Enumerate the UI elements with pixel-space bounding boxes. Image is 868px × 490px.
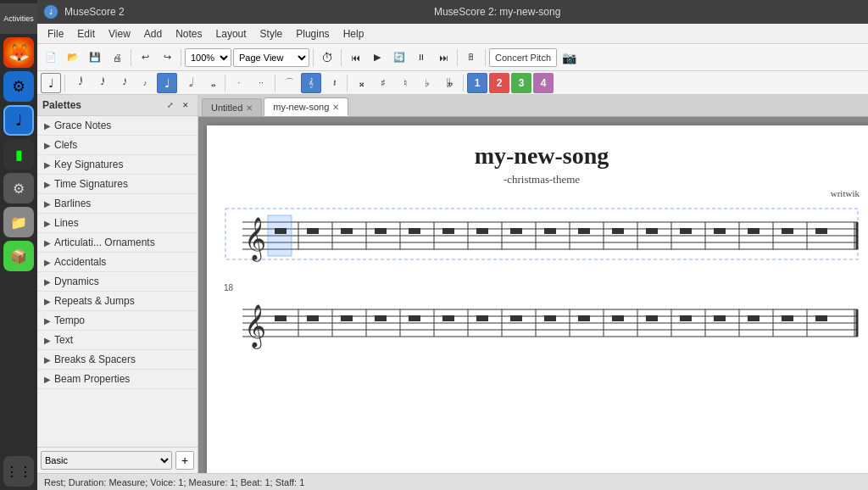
status-bar: Rest; Duration: Measure; Voice: 1; Measu…	[37, 473, 868, 490]
linux-activities[interactable]: Activities	[0, 3, 37, 34]
musescore-icon[interactable]: ♩	[3, 105, 34, 136]
loop-button[interactable]: 🔄	[389, 47, 409, 68]
view-select[interactable]: Page View	[233, 48, 309, 67]
tab-my-new-song-close[interactable]: ✕	[332, 103, 339, 112]
voice-2[interactable]: 2	[489, 73, 509, 93]
palette-grace-notes[interactable]: ▶ Grace Notes	[37, 116, 198, 136]
menu-help[interactable]: Help	[337, 26, 371, 42]
svg-rect-59	[612, 315, 624, 321]
redo-button[interactable]: ↪	[157, 47, 177, 68]
menu-layout[interactable]: Layout	[209, 26, 253, 42]
palette-articulations[interactable]: ▶ Articulati... Ornaments	[37, 233, 198, 253]
dur-64[interactable]: 𝅘𝅥𝅲	[69, 73, 89, 93]
metronome-button[interactable]: ⏱	[317, 47, 337, 68]
rewind-button[interactable]: ⏮	[345, 47, 365, 68]
voice-3[interactable]: 3	[511, 73, 531, 93]
palettes-close[interactable]: ✕	[179, 98, 192, 112]
rest-button[interactable]: 𝄽	[323, 73, 343, 93]
voice-1[interactable]: 1	[467, 73, 487, 93]
palette-repeats[interactable]: ▶ Repeats & Jumps	[37, 292, 198, 311]
dur-1[interactable]: 𝅝	[201, 73, 221, 93]
palette-set-select[interactable]: Basic	[41, 451, 172, 470]
palette-text[interactable]: ▶ Text	[37, 331, 198, 350]
palettes-resize[interactable]: ⤢	[164, 98, 177, 112]
note-input-mode[interactable]: ♩	[41, 73, 61, 93]
tie-button[interactable]: ⌒	[279, 73, 299, 93]
sep5	[457, 49, 458, 66]
undo-button[interactable]: ↩	[135, 47, 155, 68]
acc-sharp[interactable]: ♯	[373, 73, 393, 93]
palettes-bottom: Basic +	[37, 447, 198, 473]
acc-flat[interactable]: ♭	[417, 73, 437, 93]
svg-rect-14	[476, 228, 488, 234]
grid-icon[interactable]: ⋮⋮	[3, 456, 34, 487]
staff-system-2[interactable]: 𝄞	[224, 294, 860, 354]
files-icon[interactable]: 📁	[3, 207, 34, 237]
save-button[interactable]: 💾	[85, 47, 105, 68]
menu-edit[interactable]: Edit	[70, 26, 102, 42]
palette-arrow: ▶	[44, 141, 51, 150]
menu-plugins[interactable]: Plugins	[289, 26, 336, 42]
svg-rect-53	[409, 315, 420, 321]
main-content: Palettes ⤢ ✕ ▶ Grace Notes ▶ Clefs	[37, 95, 868, 473]
print-button[interactable]: 🖨	[107, 47, 127, 68]
svg-rect-58	[578, 315, 590, 321]
concert-pitch-label: Concert Pitch	[495, 53, 551, 63]
dur-2[interactable]: 𝅗𝅥	[179, 73, 199, 93]
menu-notes[interactable]: Notes	[169, 26, 209, 42]
dur-8[interactable]: ♪	[135, 73, 155, 93]
svg-rect-9	[307, 228, 319, 234]
palette-breaks[interactable]: ▶ Breaks & Spacers	[37, 350, 198, 370]
menu-view[interactable]: View	[102, 26, 137, 42]
palette-clefs[interactable]: ▶ Clefs	[37, 136, 198, 155]
beam-button[interactable]: 𝄞	[301, 73, 321, 93]
svg-rect-24	[815, 228, 827, 234]
palette-time-signatures[interactable]: ▶ Time Signatures	[37, 175, 198, 194]
pause-button[interactable]: ⏸	[411, 47, 431, 68]
palette-tempo[interactable]: ▶ Tempo	[37, 311, 198, 331]
svg-rect-50	[307, 315, 319, 321]
terminal-icon[interactable]: ▮	[3, 139, 34, 170]
acc-sharp2[interactable]: 𝄪	[351, 73, 371, 93]
settings-icon[interactable]: ⚙	[3, 173, 34, 203]
menu-file[interactable]: File	[41, 26, 70, 42]
voice-4[interactable]: 4	[533, 73, 554, 93]
palette-lines[interactable]: ▶ Lines	[37, 214, 198, 233]
palette-key-signatures[interactable]: ▶ Key Signatures	[37, 155, 198, 175]
palette-arrow: ▶	[44, 160, 51, 170]
acc-flat2[interactable]: 𝄫	[439, 73, 459, 93]
dur-4[interactable]: ♩	[157, 73, 177, 93]
screenshot-button[interactable]: 📷	[559, 47, 579, 68]
software-icon[interactable]: 📦	[3, 241, 34, 271]
play-button[interactable]: ▶	[367, 47, 387, 68]
dur-16[interactable]: 𝅘𝅥𝅰	[113, 73, 133, 93]
firefox-icon[interactable]: 🦊	[3, 37, 34, 68]
menu-add[interactable]: Add	[137, 26, 169, 42]
mixer-button[interactable]: 🎚	[461, 47, 481, 68]
score-content[interactable]: my-new-song -christmas-theme writwik	[198, 117, 868, 473]
menu-style[interactable]: Style	[253, 26, 290, 42]
kde-icon[interactable]: ⚙	[3, 71, 34, 102]
acc-natural[interactable]: ♮	[395, 73, 415, 93]
svg-rect-11	[375, 228, 387, 234]
svg-rect-0	[225, 209, 858, 259]
palette-dynamics[interactable]: ▶ Dynamics	[37, 272, 198, 292]
palette-beam[interactable]: ▶ Beam Properties	[37, 370, 198, 389]
zoom-select[interactable]: 100%	[185, 48, 231, 67]
palette-arrow: ▶	[44, 277, 51, 287]
tab-untitled-close[interactable]: ✕	[246, 103, 253, 113]
open-button[interactable]: 📂	[63, 47, 83, 68]
dot2-button[interactable]: ··	[251, 73, 271, 93]
staff-system-1[interactable]: 𝄞	[224, 207, 860, 266]
concert-pitch-button[interactable]: Concert Pitch	[489, 48, 557, 67]
new-button[interactable]: 📄	[41, 47, 61, 68]
palette-barlines[interactable]: ▶ Barlines	[37, 194, 198, 214]
palette-add-button[interactable]: +	[175, 451, 194, 470]
palette-accidentals[interactable]: ▶ Accidentals	[37, 253, 198, 272]
dot-button[interactable]: ·	[229, 73, 249, 93]
svg-rect-61	[680, 315, 692, 321]
next-button[interactable]: ⏭	[433, 47, 453, 68]
dur-32[interactable]: 𝅘𝅥𝅱	[91, 73, 111, 93]
tab-untitled[interactable]: Untitled ✕	[202, 98, 262, 116]
tab-my-new-song[interactable]: my-new-song ✕	[264, 97, 348, 116]
